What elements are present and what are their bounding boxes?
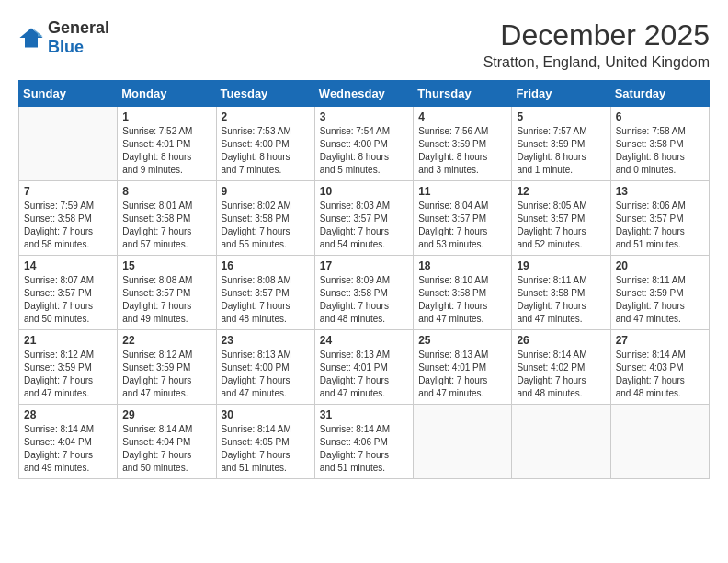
table-row: 27Sunrise: 8:14 AMSunset: 4:03 PMDayligh… [610,330,709,405]
table-row: 6Sunrise: 7:58 AMSunset: 3:58 PMDaylight… [610,107,709,181]
day-info: Sunrise: 7:56 AMSunset: 3:59 PMDaylight:… [418,125,506,177]
table-row: 31Sunrise: 8:14 AMSunset: 4:06 PMDayligh… [314,405,413,479]
table-row: 16Sunrise: 8:08 AMSunset: 3:57 PMDayligh… [216,256,314,330]
day-number: 13 [616,185,704,198]
svg-marker-0 [19,29,42,48]
calendar-header-row: Sunday Monday Tuesday Wednesday Thursday… [19,81,710,107]
day-number: 5 [517,110,605,123]
day-info: Sunrise: 8:14 AMSunset: 4:04 PMDaylight:… [122,423,210,475]
table-row [610,405,709,479]
day-number: 23 [222,334,310,347]
table-row: 30Sunrise: 8:14 AMSunset: 4:05 PMDayligh… [216,405,314,479]
day-number: 6 [616,110,704,123]
table-row: 12Sunrise: 8:05 AMSunset: 3:57 PMDayligh… [512,181,610,256]
day-info: Sunrise: 7:59 AMSunset: 3:58 PMDaylight:… [24,200,112,251]
table-row: 14Sunrise: 8:07 AMSunset: 3:57 PMDayligh… [19,256,118,330]
day-number: 25 [418,334,506,347]
table-row: 7Sunrise: 7:59 AMSunset: 3:58 PMDaylight… [19,181,118,256]
day-number: 12 [517,185,605,198]
table-row: 9Sunrise: 8:02 AMSunset: 3:58 PMDaylight… [216,181,314,256]
table-row [414,405,512,479]
day-info: Sunrise: 8:06 AMSunset: 3:57 PMDaylight:… [616,200,704,251]
day-info: Sunrise: 8:01 AMSunset: 3:58 PMDaylight:… [122,200,210,251]
day-number: 28 [24,408,112,421]
day-number: 9 [222,185,310,198]
logo-text: General Blue [48,18,109,57]
table-row: 11Sunrise: 8:04 AMSunset: 3:57 PMDayligh… [414,181,512,256]
day-number: 17 [320,259,408,272]
day-number: 10 [320,185,408,198]
day-info: Sunrise: 8:07 AMSunset: 3:57 PMDaylight:… [24,274,112,326]
month-title: December 2025 [483,18,710,52]
col-tuesday: Tuesday [216,81,314,107]
calendar-week-row: 7Sunrise: 7:59 AMSunset: 3:58 PMDaylight… [19,181,710,256]
logo-icon [18,25,44,51]
day-info: Sunrise: 8:14 AMSunset: 4:03 PMDaylight:… [616,349,704,400]
calendar-week-row: 28Sunrise: 8:14 AMSunset: 4:04 PMDayligh… [19,405,710,479]
day-info: Sunrise: 8:11 AMSunset: 3:58 PMDaylight:… [517,274,605,326]
day-info: Sunrise: 8:12 AMSunset: 3:59 PMDaylight:… [24,349,112,400]
col-friday: Friday [512,81,610,107]
col-thursday: Thursday [414,81,512,107]
day-number: 2 [222,110,310,123]
title-block: December 2025 Stratton, England, United … [483,18,710,71]
day-info: Sunrise: 8:11 AMSunset: 3:59 PMDaylight:… [616,274,704,326]
table-row: 25Sunrise: 8:13 AMSunset: 4:01 PMDayligh… [414,330,512,405]
day-number: 29 [122,408,210,421]
table-row: 20Sunrise: 8:11 AMSunset: 3:59 PMDayligh… [610,256,709,330]
day-info: Sunrise: 8:14 AMSunset: 4:02 PMDaylight:… [517,349,605,400]
col-wednesday: Wednesday [314,81,413,107]
table-row: 13Sunrise: 8:06 AMSunset: 3:57 PMDayligh… [610,181,709,256]
calendar-week-row: 14Sunrise: 8:07 AMSunset: 3:57 PMDayligh… [19,256,710,330]
table-row: 4Sunrise: 7:56 AMSunset: 3:59 PMDaylight… [414,107,512,181]
table-row: 5Sunrise: 7:57 AMSunset: 3:59 PMDaylight… [512,107,610,181]
col-sunday: Sunday [19,81,118,107]
day-number: 31 [320,408,408,421]
day-info: Sunrise: 8:03 AMSunset: 3:57 PMDaylight:… [320,200,408,251]
day-number: 3 [320,110,408,123]
day-info: Sunrise: 7:54 AMSunset: 4:00 PMDaylight:… [320,125,408,177]
calendar-week-row: 21Sunrise: 8:12 AMSunset: 3:59 PMDayligh… [19,330,710,405]
table-row [512,405,610,479]
table-row: 28Sunrise: 8:14 AMSunset: 4:04 PMDayligh… [19,405,118,479]
table-row: 23Sunrise: 8:13 AMSunset: 4:00 PMDayligh… [216,330,314,405]
day-info: Sunrise: 8:08 AMSunset: 3:57 PMDaylight:… [222,274,310,326]
table-row: 17Sunrise: 8:09 AMSunset: 3:58 PMDayligh… [314,256,413,330]
table-row: 19Sunrise: 8:11 AMSunset: 3:58 PMDayligh… [512,256,610,330]
day-info: Sunrise: 8:04 AMSunset: 3:57 PMDaylight:… [418,200,506,251]
table-row: 2Sunrise: 7:53 AMSunset: 4:00 PMDaylight… [216,107,314,181]
day-number: 30 [222,408,310,421]
day-number: 26 [517,334,605,347]
table-row: 10Sunrise: 8:03 AMSunset: 3:57 PMDayligh… [314,181,413,256]
day-info: Sunrise: 8:14 AMSunset: 4:04 PMDaylight:… [24,423,112,475]
day-info: Sunrise: 8:14 AMSunset: 4:05 PMDaylight:… [222,423,310,475]
calendar-week-row: 1Sunrise: 7:52 AMSunset: 4:01 PMDaylight… [19,107,710,181]
day-info: Sunrise: 7:57 AMSunset: 3:59 PMDaylight:… [517,125,605,177]
day-info: Sunrise: 8:13 AMSunset: 4:01 PMDaylight:… [418,349,506,400]
day-number: 14 [24,259,112,272]
table-row: 22Sunrise: 8:12 AMSunset: 3:59 PMDayligh… [118,330,216,405]
page-header: General Blue December 2025 Stratton, Eng… [18,18,710,71]
day-info: Sunrise: 8:10 AMSunset: 3:58 PMDaylight:… [418,274,506,326]
day-number: 8 [122,185,210,198]
col-saturday: Saturday [610,81,709,107]
day-number: 21 [24,334,112,347]
day-info: Sunrise: 8:14 AMSunset: 4:06 PMDaylight:… [320,423,408,475]
day-info: Sunrise: 8:02 AMSunset: 3:58 PMDaylight:… [222,200,310,251]
day-number: 22 [122,334,210,347]
day-info: Sunrise: 8:05 AMSunset: 3:57 PMDaylight:… [517,200,605,251]
table-row: 8Sunrise: 8:01 AMSunset: 3:58 PMDaylight… [118,181,216,256]
day-info: Sunrise: 7:58 AMSunset: 3:58 PMDaylight:… [616,125,704,177]
day-info: Sunrise: 8:12 AMSunset: 3:59 PMDaylight:… [122,349,210,400]
day-info: Sunrise: 8:08 AMSunset: 3:57 PMDaylight:… [122,274,210,326]
day-number: 16 [222,259,310,272]
table-row: 18Sunrise: 8:10 AMSunset: 3:58 PMDayligh… [414,256,512,330]
day-number: 1 [122,110,210,123]
day-number: 24 [320,334,408,347]
day-number: 11 [418,185,506,198]
day-number: 15 [122,259,210,272]
day-info: Sunrise: 8:13 AMSunset: 4:01 PMDaylight:… [320,349,408,400]
day-info: Sunrise: 7:53 AMSunset: 4:00 PMDaylight:… [222,125,310,177]
table-row: 21Sunrise: 8:12 AMSunset: 3:59 PMDayligh… [19,330,118,405]
day-number: 4 [418,110,506,123]
